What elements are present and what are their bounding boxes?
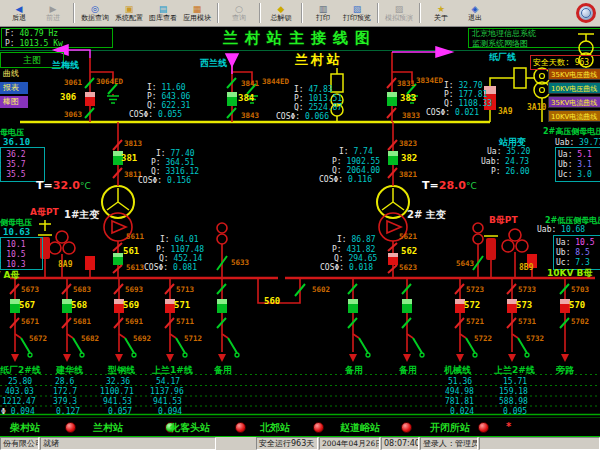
breaker-8A9[interactable] — [85, 256, 95, 270]
station-status-light — [235, 422, 246, 433]
report-shortcut-button[interactable]: 报表 — [0, 82, 28, 94]
station-item-beijiao[interactable]: 北郊站 — [260, 421, 290, 435]
switch-3A10-label: 3A10 — [527, 103, 546, 112]
feeder-name: 备用 — [399, 364, 417, 377]
switch-3821-label: 3821 — [399, 170, 417, 179]
curve-10kv-current-button[interactable]: 10KV电流曲线 — [548, 110, 600, 122]
lv-bus-voltage-value: 10.63 — [3, 227, 30, 237]
feeder-name: 建华线 — [56, 364, 83, 377]
station-item-zhaodaoyu[interactable]: 赵道峪站 — [340, 421, 380, 435]
breaker-382-label: 382 — [401, 153, 417, 163]
switch-3833-label: 3833 — [402, 111, 420, 120]
switch-5602-label: 5602 — [312, 285, 330, 294]
feeder-name: 纸厂2#线 — [0, 364, 41, 377]
switch-5611-label: 5611 — [126, 232, 144, 241]
pt-b-label: B母PT — [489, 214, 518, 227]
station-item-kaibisuo[interactable]: 开闭所站 — [430, 421, 470, 435]
asterisk-indicator: * — [506, 421, 511, 432]
station-item-chaicun[interactable]: 柴村站 — [10, 421, 40, 435]
switch-3823-label: 3823 — [399, 139, 417, 148]
feeder-xilan-name: 西兰线 — [200, 57, 227, 70]
ready-cell: 就绪 — [40, 437, 216, 450]
pt-a-label: A母PT — [30, 206, 59, 219]
transformer1-temp: T=32.0°C — [36, 179, 91, 192]
feeder-zhichang-name: 纸厂线 — [489, 51, 516, 64]
feeder-name: 型钢线 — [108, 364, 135, 377]
switch-3061-label: 3061 — [64, 78, 82, 87]
date-cell: 2004年04月26日 — [319, 437, 380, 450]
switch-3063-label: 3063 — [64, 110, 82, 119]
feeder-name: 备用 — [345, 364, 363, 377]
station-item-lancun[interactable]: 兰村站 — [93, 421, 123, 435]
switch-5623-label: 5623 — [399, 263, 417, 272]
switch-3A9-label: 3A9 — [498, 107, 512, 116]
curve-shortcut-button[interactable]: 曲线 — [0, 68, 28, 80]
station-name-label: 兰村站 — [295, 51, 343, 69]
station-bar: 柴村站 兰村站 化客头站 北郊站 赵道峪站 开闭所站 * — [0, 418, 600, 436]
arrester-b — [486, 238, 496, 260]
station-status-light — [401, 422, 412, 433]
company-cell: 份有限公司 — [0, 437, 39, 450]
switch-3831-label: 3831 — [397, 79, 415, 88]
switch-3813-label: 3813 — [124, 139, 142, 148]
ground-3064-label: 3064ED — [96, 77, 123, 86]
feeder-lanmei-name: 兰梅线 — [52, 59, 79, 72]
breaker-562-label: 562 — [401, 246, 417, 256]
switch-3843-label: 3843 — [241, 111, 259, 120]
ground-3844-label: 3844ED — [262, 77, 289, 86]
station-status-light — [65, 422, 76, 433]
switch-5643-label: 5643 — [456, 259, 474, 268]
bar-graph-shortcut-button[interactable]: 棒图 — [0, 96, 28, 108]
safety-days-cell: 安全运行963天 — [256, 437, 318, 450]
switch-5613-label: 5613 — [126, 263, 144, 272]
feeder-name: 旁路 — [556, 364, 574, 377]
hv2-bus-title: 2#高压侧母电压 — [543, 126, 600, 137]
feeder-name: 备用 — [214, 364, 232, 377]
time-cell: 08:07:40 — [381, 437, 419, 450]
transformer2-temp: T=28.0°C — [422, 179, 477, 192]
feeder-name: 上兰1#线 — [152, 364, 193, 377]
status-bar: 份有限公司 就绪 安全运行963天 2004年04月26日 08:07:40 登… — [0, 437, 600, 450]
curve-35kv-current-button[interactable]: 35KV电流曲线 — [548, 96, 600, 108]
bus-tie-560-label: 560 — [264, 296, 280, 306]
station-status-light — [478, 422, 489, 433]
feeder-name: 机械线 — [444, 364, 471, 377]
station-item-huaketou[interactable]: 化客头站 — [170, 421, 210, 435]
breaker-383-label: 383 — [400, 93, 416, 103]
station-status-light — [313, 422, 324, 433]
switch-3841-label: 3841 — [241, 79, 259, 88]
transformer2-name: 2# 主变 — [407, 208, 446, 222]
breaker-561-label: 561 — [123, 246, 139, 256]
transformer1-name: 1#主变 — [64, 208, 99, 222]
bus-a-label: 10KV A母 — [0, 269, 20, 282]
switch-8A9-label: 8A9 — [58, 260, 72, 269]
breaker-306-label: 306 — [60, 92, 76, 102]
bus-b-label: 10KV B母 — [547, 267, 592, 280]
ground-3834-label: 3834ED — [416, 76, 443, 85]
breaker-384-label: 384 — [238, 93, 254, 103]
curve-10kv-voltage-button[interactable]: 10KV电压曲线 — [548, 82, 600, 94]
breaker-381-label: 381 — [121, 153, 137, 163]
feeder-arrows — [11, 354, 569, 362]
switch-8B9-label: 8B9 — [519, 263, 533, 272]
curve-35kv-voltage-button[interactable]: 35KV电压曲线 — [548, 68, 600, 80]
switch-5633-label: 5633 — [231, 258, 249, 267]
hv-bus-voltage-value: 36.10 — [3, 137, 30, 147]
empty-cell — [479, 437, 600, 450]
feeder-name: 上兰2#线 — [494, 364, 535, 377]
switch-5621-label: 5621 — [399, 232, 417, 241]
login-user-cell: 登录人：管理员 — [420, 437, 478, 450]
